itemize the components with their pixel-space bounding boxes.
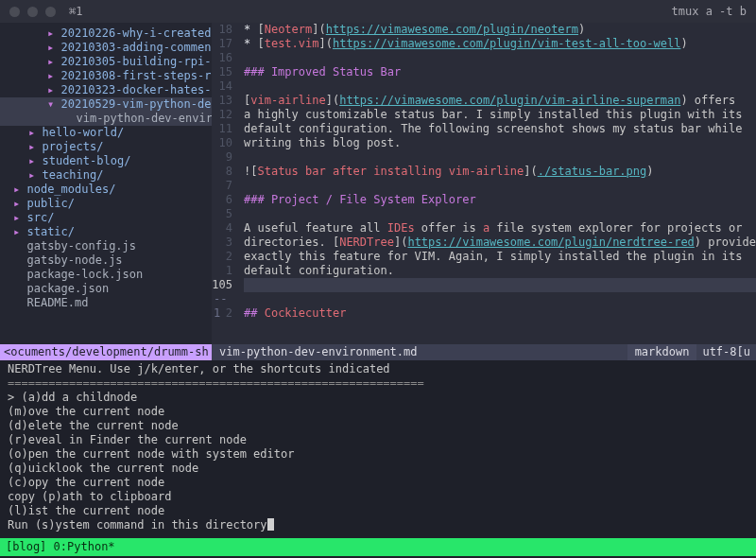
chevron-icon: ▸	[47, 83, 60, 96]
line-number: 8	[212, 165, 232, 179]
tmux-status-bar[interactable]: [blog] 0:Python*	[0, 538, 756, 556]
link-url[interactable]: https://vimawesome.com/plugin/nerdtree-r…	[407, 235, 694, 249]
status-filename: vim-python-dev-environment.md	[212, 344, 627, 360]
tree-folder[interactable]: ▸ 20210308-first-steps-rpi-|	[0, 69, 212, 83]
editor-line: a highly customizable status bar. I simp…	[244, 108, 756, 122]
window-title-left: ⌘1	[69, 5, 82, 18]
tree-file[interactable]: gatsby-config.js	[0, 239, 212, 253]
line-number: 105	[212, 278, 232, 292]
tree-folder[interactable]: ▸ public/	[0, 197, 212, 211]
line-number: 2	[212, 250, 232, 264]
tree-item-label: vim-python-dev-environm|	[76, 112, 212, 125]
menu-item[interactable]: (l)ist the current node	[8, 504, 748, 518]
menu-item[interactable]: Run (s)ystem command in this directory	[8, 518, 748, 532]
zoom-dot[interactable]	[45, 7, 56, 17]
status-bar: <ocuments/development/drumm-sh vim-pytho…	[0, 344, 756, 360]
line-number: 6	[212, 193, 232, 207]
tree-file[interactable]: package-lock.json	[0, 268, 212, 282]
close-dot[interactable]	[9, 7, 20, 17]
line-number: 16	[212, 51, 232, 65]
menu-item[interactable]: (c)opy the current node	[8, 476, 748, 490]
chevron-icon: ▸	[13, 197, 26, 210]
tree-item-label: student-blog/	[42, 154, 130, 167]
tree-folder[interactable]: ▸ student-blog/	[0, 154, 212, 168]
line-number: 11	[212, 122, 232, 136]
menu-item[interactable]: (q)uicklook the current node	[8, 462, 748, 476]
tree-folder[interactable]: ▸ 20210226-why-i-created-my-|	[0, 26, 212, 41]
line-number: 7	[212, 179, 232, 193]
tree-item-label: gatsby-node.js	[26, 253, 122, 267]
menu-item[interactable]: (o)pen the current node with system edit…	[8, 447, 748, 462]
line-number: 5	[212, 207, 232, 221]
link-url[interactable]: https://vimawesome.com/plugin/vim-airlin…	[339, 94, 680, 107]
tree-item-label: 20210323-docker-hates-me-|	[60, 83, 212, 96]
tree-item-label: hello-world/	[42, 126, 124, 139]
status-filetype: markdown	[627, 344, 697, 360]
tree-item-label: 20210303-adding-comments-|	[60, 41, 212, 54]
link-label[interactable]: NERDTree	[339, 235, 394, 249]
tree-item-label: package.json	[26, 282, 109, 295]
image-alt: Status bar after installing vim-airline	[257, 165, 524, 178]
tree-folder[interactable]: ▸ 20210303-adding-comments-|	[0, 41, 212, 55]
chevron-icon	[13, 282, 26, 295]
line-number: 12	[212, 108, 232, 122]
menu-title: NERDTree Menu. Use j/k/enter, or the sho…	[8, 362, 748, 376]
line-number: 14	[212, 79, 232, 94]
chevron-icon: ▸	[47, 55, 60, 68]
chevron-icon: ▾	[47, 97, 60, 111]
tree-file[interactable]: vim-python-dev-environm|	[0, 112, 212, 126]
status-encoding: utf-8[u	[696, 344, 756, 360]
nerdtree-menu[interactable]: NERDTree Menu. Use j/k/enter, or the sho…	[0, 360, 756, 538]
tree-file[interactable]: gatsby-node.js	[0, 253, 212, 268]
chevron-icon	[13, 253, 26, 267]
file-tree[interactable]: ▸ 20210226-why-i-created-my-|▸ 20210303-…	[0, 23, 212, 344]
menu-item[interactable]: (d)elete the current node	[8, 419, 748, 433]
main-split: ▸ 20210226-why-i-created-my-|▸ 20210303-…	[0, 23, 756, 344]
link-label[interactable]: test.vim	[265, 37, 319, 50]
tree-folder[interactable]: ▸ hello-world/	[0, 126, 212, 140]
tree-folder[interactable]: ▸ projects/	[0, 140, 212, 154]
tree-file[interactable]: README.md	[0, 296, 212, 310]
window-title-right: tmux a -t b	[672, 5, 747, 18]
menu-item[interactable]: (m)ove the current node	[8, 405, 748, 419]
tree-folder[interactable]: ▾ 20210529-vim-python-dev-e|	[0, 97, 212, 112]
editor-line	[244, 179, 756, 193]
chevron-icon: ▸	[28, 168, 42, 182]
menu-item[interactable]: copy (p)ath to clipboard	[8, 490, 748, 504]
link-url[interactable]: https://vimawesome.com/plugin/vim-test-a…	[333, 37, 680, 50]
traffic-lights[interactable]	[9, 7, 56, 17]
menu-item[interactable]: > (a)dd a childnode	[8, 391, 748, 405]
line-number: 4	[212, 221, 232, 235]
image-url[interactable]: ./status-bar.png	[538, 165, 647, 178]
tree-folder[interactable]: ▸ teaching/	[0, 168, 212, 183]
min-dot[interactable]	[27, 7, 38, 17]
link-label[interactable]: Neoterm	[265, 23, 313, 36]
tree-item-label: README.md	[26, 296, 88, 309]
tree-item-label: 20210305-building-rpi-clu|	[60, 55, 212, 68]
tree-file[interactable]: package.json	[0, 282, 212, 296]
link-url[interactable]: https://vimawesome.com/plugin/neoterm	[326, 23, 578, 36]
line-number: 18	[212, 23, 232, 37]
tree-folder[interactable]: ▸ 20210323-docker-hates-me-|	[0, 83, 212, 97]
md-heading: ### Improved Status Bar	[244, 65, 401, 78]
editor-line	[244, 150, 756, 165]
link-label[interactable]: vim-airline	[250, 94, 325, 107]
md-heading: Cockiecutter	[265, 306, 347, 320]
menu-item[interactable]: (r)eveal in Finder the current node	[8, 433, 748, 447]
tree-folder[interactable]: ▸ 20210305-building-rpi-clu|	[0, 55, 212, 69]
line-number: 1	[212, 264, 232, 278]
chevron-icon: ▸	[28, 126, 42, 139]
editor-line	[244, 79, 756, 94]
editor-pane[interactable]: * [Neoterm](https://vimawesome.com/plugi…	[238, 23, 756, 344]
tree-item-label: public/	[26, 197, 75, 210]
tree-folder[interactable]: ▸ src/	[0, 211, 212, 225]
tree-folder[interactable]: ▸ static/	[0, 225, 212, 239]
fold-marker	[244, 292, 756, 306]
tree-item-label: package-lock.json	[26, 268, 143, 281]
tree-folder[interactable]: ▸ node_modules/	[0, 183, 212, 197]
editor-line	[244, 207, 756, 221]
line-number: 13	[212, 94, 232, 108]
chevron-icon	[62, 112, 76, 125]
editor-line	[244, 51, 756, 65]
tree-item-label: 20210226-why-i-created-my-|	[60, 26, 212, 40]
